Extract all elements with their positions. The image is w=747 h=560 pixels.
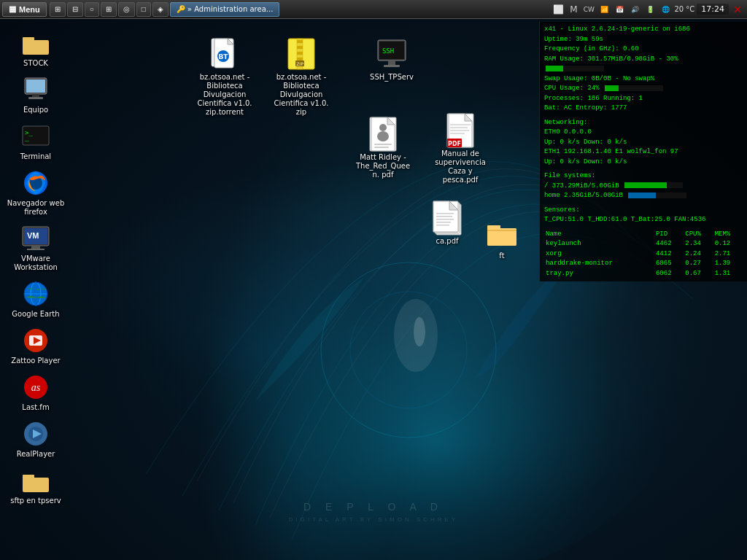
svg-text:PDF: PDF	[448, 141, 461, 147]
proc-pid-1: 4462	[654, 239, 684, 249]
tray-mail-icon[interactable]: M	[567, 3, 580, 16]
taskbar-app-5[interactable]: ◎	[118, 2, 135, 17]
taskbar-app-7[interactable]: ◈	[152, 2, 169, 17]
terminal-icon: _>_	[21, 122, 50, 151]
sidebar-item-googleearth[interactable]: Google Earth	[4, 276, 68, 322]
proc-cpu-4: 0.67	[684, 269, 713, 279]
taskbar-app-1[interactable]: ⊞	[50, 2, 66, 17]
svg-rect-59	[374, 144, 392, 145]
proc-row-4: tray.py 6062 0.67 1.31	[544, 269, 743, 279]
stock-label: STOCK	[23, 59, 48, 68]
file-icon-bz-zip[interactable]: ZIP bz.otsoa.net - Biblioteca Divulgacio…	[272, 36, 330, 117]
proc-name-1: keylaunch	[544, 239, 654, 249]
proc-pid-4: 6062	[654, 269, 684, 279]
sidebar-item-vmware[interactable]: VM VMware Workstation	[4, 221, 68, 275]
tray-sound-icon[interactable]: 🔊	[628, 3, 641, 16]
svg-rect-75	[436, 222, 451, 223]
tray-chat-icon[interactable]: CW	[582, 3, 595, 16]
sysmon-freq: Frequency (in GHz): 0.60	[544, 44, 743, 55]
firefox-icon	[21, 168, 50, 198]
svg-text:D E P L O A D: D E P L O A D	[303, 501, 444, 513]
proc-col-name: Name	[544, 230, 654, 240]
proc-name-4: tray.py	[544, 269, 654, 279]
googleearth-icon	[21, 279, 50, 308]
svg-rect-76	[436, 225, 449, 226]
file-icon-manual[interactable]: PDF Manual de supervivencia Caza y pesca…	[431, 113, 489, 184]
sysmon-eth1: ETH1 192.168.1.40 E1 wolfwl_fon 97	[544, 147, 743, 158]
realplayer-icon	[21, 419, 50, 448]
file-icon-bz-torrent[interactable]: BT bz.otsoa.net - Biblioteca Divulgacion…	[196, 36, 254, 117]
sysmon-widget: x41 - Linux 2.6.24-19-generic on i686 Up…	[539, 22, 747, 281]
torrent-file-icon: BT	[207, 36, 242, 71]
svg-rect-66	[450, 127, 468, 128]
taskbar-app-3[interactable]: ○	[85, 2, 99, 17]
svg-text:BT: BT	[219, 53, 229, 61]
folder-icon	[484, 215, 519, 250]
menu-button[interactable]: ▦ Menu	[2, 2, 47, 17]
matt-pdf-icon	[365, 117, 400, 152]
proc-pid-3: 6865	[654, 259, 684, 269]
svg-rect-47	[297, 58, 303, 61]
svg-rect-73	[436, 216, 452, 217]
zattoo-icon	[21, 326, 50, 355]
folder-label: ft	[499, 252, 504, 260]
menu-icon: ▦	[9, 4, 16, 14]
proc-row-1: keylaunch 4462 2.34 0.12	[544, 239, 743, 249]
svg-text:>_: >_	[25, 129, 33, 136]
proc-cpu-3: 0.27	[684, 259, 713, 269]
sysmon-uptime: Uptime: 39m 59s	[544, 35, 743, 45]
proc-cpu-1: 2.34	[684, 239, 713, 249]
svg-point-58	[377, 131, 389, 141]
tray-network-icon[interactable]: 🌐	[659, 3, 672, 16]
svg-text:VM: VM	[27, 231, 39, 240]
tray-battery-icon[interactable]: 🔋	[643, 3, 657, 16]
tray-window-icon[interactable]: ⬜	[551, 3, 565, 16]
sysmon-net-header: Networking:	[544, 118, 743, 128]
svg-rect-72	[436, 213, 454, 214]
svg-rect-67	[450, 130, 469, 131]
taskbar-apps: ⊞ ⊟ ○ ⊞ ◎ □ ◈	[50, 2, 169, 17]
file-icon-ca[interactable]: ca.pdf	[418, 201, 476, 246]
proc-mem-4: 1.31	[713, 269, 743, 279]
sidebar-item-lastfm[interactable]: as Last.fm	[4, 370, 68, 415]
cpu-bar	[605, 85, 663, 91]
tray-power-icon[interactable]: ✕	[731, 3, 744, 16]
file-icon-ssh[interactable]: SSH SSH_TPServ	[363, 36, 421, 82]
bz-torrent-label: bz.otsoa.net - Biblioteca Divulgacion Ci…	[196, 73, 254, 117]
svg-point-5	[414, 317, 425, 346]
file-icon-folder[interactable]: ft	[473, 215, 531, 260]
sidebar-item-stock[interactable]: STOCK	[4, 26, 68, 71]
sidebar-item-realplayer[interactable]: RealPlayer	[4, 416, 68, 462]
taskbar-right: ⬜ M CW 📶 📅 🔊 🔋 🌐 20 °C 17:24 ✕	[551, 3, 747, 16]
svg-rect-44	[297, 40, 303, 43]
lastfm-icon: as	[21, 373, 50, 402]
sidebar: STOCK Equipo _>_ Terminal Navegador web …	[0, 22, 73, 512]
sidebar-item-firefox[interactable]: Navegador web firefox	[4, 166, 68, 219]
sysmon-fs2: home 2.35GiB/5.00GiB	[544, 191, 743, 201]
svg-rect-68	[450, 133, 465, 134]
proc-name-3: harddrake-monitor	[544, 259, 654, 269]
sidebar-item-equipo[interactable]: Equipo	[4, 72, 68, 117]
proc-mem-2: 2.71	[713, 249, 743, 260]
sysmon-fs1: / 373.29MiB/5.00GiB	[544, 182, 743, 192]
file-icon-matt[interactable]: Matt Ridley - The_Red_Queen. pdf	[354, 117, 412, 179]
ca-label: ca.pdf	[436, 237, 458, 246]
clock-display: 17:24	[697, 4, 729, 15]
bz-zip-label: bz.otsoa.net - Biblioteca Divulgacion Ci…	[272, 73, 330, 117]
realplayer-label: RealPlayer	[17, 450, 55, 459]
sidebar-item-terminal[interactable]: _>_ Terminal	[4, 119, 68, 164]
tray-nm-icon[interactable]: 📶	[597, 3, 611, 16]
fs1-bar	[624, 182, 683, 188]
sidebar-item-sftp[interactable]: sftp en tpserv	[4, 463, 68, 508]
taskbar-window-button[interactable]: 🔑 » Administration area...	[170, 2, 280, 17]
sidebar-item-zattoo[interactable]: Zattoo Player	[4, 323, 68, 368]
svg-text:DIGITAL ART BY SIMON SCHREY: DIGITAL ART BY SIMON SCHREY	[289, 516, 458, 523]
taskbar-app-6[interactable]: □	[136, 2, 151, 17]
taskbar-app-2[interactable]: ⊟	[67, 2, 83, 17]
taskbar-app-4[interactable]: ⊞	[101, 2, 117, 17]
window-label: » Administration area...	[187, 5, 274, 13]
tray-calendar-icon[interactable]: 📅	[613, 3, 626, 16]
proc-cpu-2: 2.24	[684, 249, 713, 260]
manual-pdf-icon: PDF	[443, 113, 478, 148]
svg-rect-9	[23, 37, 34, 42]
